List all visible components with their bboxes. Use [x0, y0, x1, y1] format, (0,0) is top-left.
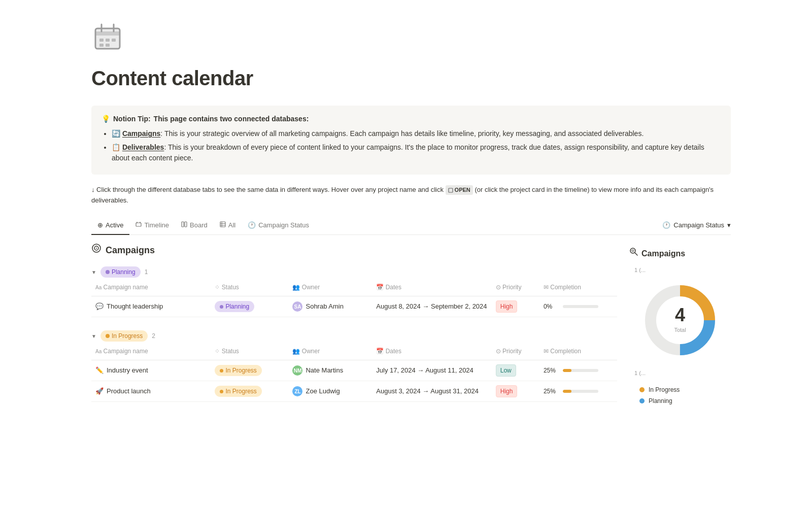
- svg-rect-8: [99, 44, 104, 47]
- dates-cell-product: August 3, 2024 → August 31, 2024: [372, 381, 491, 402]
- planning-group-header[interactable]: ▼ Planning 1: [91, 263, 617, 281]
- th-priority-planning: ⊙ Priority: [492, 281, 539, 296]
- in-progress-table: Aa Campaign name ⁘ Status 👥 Owner: [91, 345, 617, 402]
- svg-rect-2: [95, 31, 120, 36]
- chart-side-label-bottom: 1 (...: [634, 369, 646, 378]
- svg-rect-14: [182, 222, 184, 227]
- left-panel: Campaigns ▼ Planning 1: [91, 243, 617, 412]
- chevron-down-icon: ▾: [727, 220, 731, 230]
- page-title: Content calendar: [91, 63, 731, 93]
- in-progress-group: ▼ In Progress 2 Aa Campaign n: [91, 327, 617, 402]
- tab-timeline[interactable]: Timeline: [129, 216, 175, 235]
- campaign-name-cell-industry: ✏️ Industry event: [91, 360, 211, 381]
- svg-rect-7: [112, 39, 116, 42]
- page-icon: [91, 20, 731, 57]
- th-owner-planning: 👥 Owner: [288, 281, 372, 296]
- svg-rect-6: [106, 39, 110, 42]
- tab-board[interactable]: Board: [175, 216, 214, 235]
- owner-avatar-nate: NM: [292, 365, 302, 376]
- status-cell-industry: In Progress: [211, 360, 288, 381]
- completion-th-icon2: ✉: [544, 348, 549, 355]
- campaign-status-filter[interactable]: 🕐 Campaign Status ▾: [662, 220, 731, 230]
- planning-table: Aa Campaign name ⁘ Status 👥 Owner: [91, 281, 617, 317]
- planning-group: ▼ Planning 1 Aa Campaign name: [91, 263, 617, 317]
- status-th-icon2: ⁘: [215, 348, 220, 355]
- campaigns-section-title: Campaigns: [91, 243, 617, 257]
- progress-bar-fill-product: [563, 390, 572, 393]
- progress-bar-fill-industry: [563, 369, 572, 372]
- thought-leadership-icon: 💬: [95, 301, 104, 312]
- th-status-planning: ⁘ Status: [211, 281, 288, 296]
- product-launch-icon: 🚀: [95, 386, 104, 396]
- donut-chart: 4 Total: [639, 280, 721, 361]
- svg-line-24: [635, 253, 637, 255]
- th-owner-inprogress: 👥 Owner: [288, 345, 372, 360]
- in-progress-badge: In Progress: [100, 330, 148, 342]
- owner-th-icon2: 👥: [292, 348, 300, 355]
- campaign-status-tab-icon: 🕐: [248, 220, 256, 230]
- chart-title: Campaigns: [629, 247, 685, 260]
- tabs-bar: ⊕ Active Timeline Board All: [91, 216, 731, 235]
- progress-bar-bg-industry: [563, 369, 598, 372]
- completion-cell-product: 25%: [539, 381, 617, 402]
- status-cell-product: In Progress: [211, 381, 288, 402]
- dates-cell-industry: July 17, 2024 → August 11, 2024: [372, 360, 491, 381]
- table-row[interactable]: ✏️ Industry event In Progress: [91, 360, 617, 381]
- donut-center: 4 Total: [674, 306, 686, 334]
- th-status-inprogress: ⁘ Status: [211, 345, 288, 360]
- svg-rect-11: [136, 223, 141, 226]
- status-th-icon: ⁘: [215, 284, 220, 291]
- svg-point-22: [96, 248, 97, 249]
- deliverables-icon: 📋: [112, 143, 120, 151]
- completion-cell-planning: 0%: [539, 296, 617, 317]
- svg-point-25: [632, 250, 634, 252]
- svg-rect-10: [449, 188, 453, 192]
- table-row[interactable]: 💬 Thought leadership Planning: [91, 296, 617, 317]
- progress-bar-bg: [563, 305, 598, 308]
- legend-item-in-progress: In Progress: [639, 385, 680, 394]
- tab-campaign-status[interactable]: 🕐 Campaign Status: [242, 216, 315, 235]
- owner-cell-industry: NM Nate Martins: [288, 360, 372, 381]
- owner-cell-planning: SA Sohrab Amin: [288, 296, 372, 317]
- th-dates-planning: 📅 Dates: [372, 281, 491, 296]
- industry-event-icon: ✏️: [95, 365, 104, 376]
- priority-th-icon2: ⊙: [496, 348, 501, 355]
- text-icon: Aa: [95, 285, 101, 290]
- svg-rect-5: [99, 39, 104, 42]
- dates-th-icon2: 📅: [376, 348, 384, 355]
- priority-cell-industry: Low: [492, 360, 539, 381]
- description-text: ↓ Click through the different database t…: [91, 185, 731, 206]
- th-priority-inprogress: ⊙ Priority: [492, 345, 539, 360]
- completion-cell-industry: 25%: [539, 360, 617, 381]
- dates-th-icon: 📅: [376, 284, 384, 291]
- campaign-name-cell: 💬 Thought leadership: [91, 296, 211, 317]
- campaign-name-cell-product: 🚀 Product launch: [91, 381, 211, 402]
- legend-dot-planning: [639, 398, 645, 403]
- owner-cell-product: ZL Zoe Ludwig: [288, 381, 372, 402]
- tip-title: 💡 Notion Tip: This page contains two con…: [101, 114, 721, 124]
- campaigns-icon: 🔄: [112, 129, 120, 138]
- chart-legend: In Progress Planning: [629, 385, 680, 408]
- open-badge: OPEN: [446, 185, 473, 195]
- legend-item-planning: Planning: [639, 396, 680, 405]
- priority-cell-planning: High: [492, 296, 539, 317]
- tab-active[interactable]: ⊕ Active: [91, 216, 129, 235]
- in-progress-group-header[interactable]: ▼ In Progress 2: [91, 327, 617, 345]
- timeline-tab-icon: [136, 220, 142, 230]
- th-dates-inprogress: 📅 Dates: [372, 345, 491, 360]
- owner-avatar-zoe: ZL: [292, 386, 302, 396]
- right-panel: Campaigns 1 (...: [629, 243, 731, 408]
- all-tab-icon: [220, 220, 226, 230]
- table-row[interactable]: 🚀 Product launch In Progress: [91, 381, 617, 402]
- dates-cell-planning: August 8, 2024 → September 2, 2024: [372, 296, 491, 317]
- tab-all[interactable]: All: [214, 216, 242, 235]
- owner-avatar: SA: [292, 301, 302, 312]
- in-progress-arrow: ▼: [91, 332, 96, 340]
- filter-icon: 🕐: [662, 220, 670, 230]
- chart-search-icon: [629, 247, 638, 260]
- priority-th-icon: ⊙: [496, 284, 501, 291]
- status-cell-planning: Planning: [211, 296, 288, 317]
- svg-rect-9: [106, 44, 110, 47]
- lightbulb-icon: 💡: [101, 114, 110, 124]
- th-campaign-name-inprogress: Aa Campaign name: [91, 345, 211, 360]
